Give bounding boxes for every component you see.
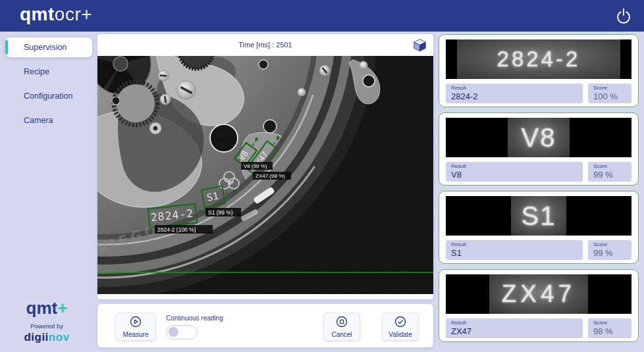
powered-by-label: Powered by (0, 322, 94, 330)
result-value: V8 (451, 170, 577, 180)
cancel-button[interactable]: Cancel (323, 313, 360, 341)
active-accent-bar (5, 40, 8, 55)
cancel-button-label: Cancel (331, 331, 352, 338)
score-label: Score (593, 241, 626, 247)
crop-text: ZX47 (502, 280, 576, 308)
score-value: 99 % (593, 248, 626, 258)
sidebar-item-recipe[interactable]: Recipe (5, 62, 92, 82)
camera-view-header: Time [ms] : 2501 (97, 34, 433, 56)
digiinov-logo: digiinov (0, 331, 94, 344)
logo-secondary: ocr+ (55, 4, 92, 24)
stop-circle-icon (335, 315, 348, 330)
sidebar-item-camera[interactable]: Camera (5, 111, 92, 130)
score-label: Score (593, 320, 626, 326)
validate-button[interactable]: Validate (382, 313, 419, 341)
result-label: Result (451, 241, 577, 247)
sidebar-item-configuration[interactable]: Configuration (5, 86, 92, 106)
check-circle-icon (394, 315, 407, 330)
power-button[interactable] (615, 7, 632, 24)
result-card-zx47: ZX47 Result ZX47 Score 98 % (439, 269, 639, 342)
score-field: Score 99 % (588, 162, 631, 182)
results-panel: 2824-2 Result 2824-2 Score 100 % V8 Resu… (439, 34, 639, 347)
result-field: Result 2824-2 (446, 84, 583, 103)
result-field: Result S1 (446, 240, 583, 260)
sidebar: Supervision Recipe Configuration Camera (5, 38, 92, 135)
sidebar-item-supervision[interactable]: Supervision (5, 38, 92, 57)
score-label: Score (593, 85, 626, 91)
measure-time-label: Time [ms] : 2501 (97, 34, 433, 56)
measure-button[interactable]: Measure (115, 313, 156, 341)
digiinov-logo-dark: digii (24, 331, 48, 343)
result-card-v8: V8 Result V8 Score 99 % (439, 113, 639, 186)
continuous-reading-toggle[interactable] (166, 325, 198, 339)
continuous-reading-label: Continuous reading (166, 314, 223, 322)
logo-primary: qmt (20, 4, 55, 24)
score-label: Score (593, 163, 626, 169)
score-value: 99 % (593, 170, 626, 180)
result-label: Result (451, 85, 577, 91)
score-value: 100 % (593, 91, 626, 101)
sidebar-item-label: Supervision (24, 43, 67, 52)
result-card-s1: S1 Result S1 Score 99 % (439, 191, 639, 264)
qmt-logo-text: qmt (26, 298, 58, 318)
play-circle-icon (129, 315, 142, 330)
result-card-2824-2: 2824-2 Result 2824-2 Score 100 % (439, 34, 639, 107)
camera-view-panel: Time [ms] : 2501 (97, 34, 433, 299)
ocr-crop-image: 2824-2 (446, 39, 631, 79)
app-logo: qmtocr+ (20, 4, 92, 25)
score-field: Score 98 % (588, 318, 631, 338)
ocr-crop-image: S1 (446, 196, 631, 236)
result-label: Result (451, 320, 577, 326)
sidebar-item-label: Recipe (24, 67, 49, 76)
action-toolbar: Measure Continuous reading Cancel Valida… (97, 304, 433, 347)
result-field: Result V8 (446, 162, 583, 182)
score-value: 98 % (593, 326, 626, 336)
result-label: Result (451, 163, 577, 169)
power-icon (615, 16, 632, 26)
sidebar-item-label: Camera (24, 116, 53, 125)
ocr-crop-image: V8 (446, 118, 631, 157)
result-field: Result ZX47 (446, 318, 583, 338)
sidebar-item-label: Configuration (24, 91, 72, 101)
digiinov-logo-teal: nov (49, 331, 70, 343)
app-header: qmtocr+ (0, 0, 644, 32)
result-value: ZX47 (451, 326, 577, 336)
score-field: Score 100 % (588, 84, 631, 103)
camera-image-watch-movement: VIEGO 2824-2 S1 V8 ZX47 (97, 56, 433, 294)
qmt-logo-plus: + (57, 298, 67, 318)
score-field: Score 99 % (588, 240, 631, 260)
measure-button-label: Measure (123, 331, 149, 338)
brand-footer: qmt+ Powered by digiinov (0, 298, 94, 344)
result-value: 2824-2 (451, 91, 577, 101)
ocr-crop-image: ZX47 (446, 274, 631, 314)
crop-text: 2824-2 (497, 47, 581, 72)
qmt-plus-logo: qmt+ (0, 298, 94, 318)
validate-button-label: Validate (389, 331, 412, 338)
result-value: S1 (451, 248, 577, 258)
crop-text: V8 (522, 123, 556, 153)
toggle-knob (169, 327, 178, 337)
crop-text: S1 (522, 201, 556, 231)
cube-3d-view-icon[interactable] (413, 38, 427, 52)
